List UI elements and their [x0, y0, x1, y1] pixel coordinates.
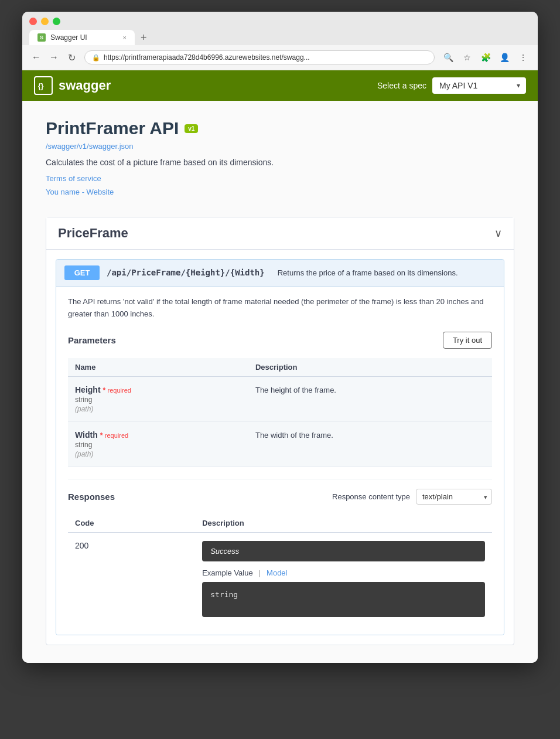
browser-tab[interactable]: S Swagger UI × — [29, 30, 135, 45]
required-star: * required — [100, 431, 128, 440]
profile-button[interactable]: 👤 — [497, 50, 512, 65]
browser-actions: 🔍 ☆ 🧩 👤 ⋮ — [441, 50, 531, 65]
tab-bar: S Swagger UI × + — [29, 30, 531, 45]
api-info: PrintFramer API v1 /swagger/v1/swagger.j… — [46, 118, 514, 199]
main-content: PrintFramer API v1 /swagger/v1/swagger.j… — [22, 101, 538, 663]
model-link[interactable]: Model — [267, 568, 287, 577]
responses-table: Code Description 200 Success Example Val… — [68, 514, 492, 625]
method-badge: GET — [64, 265, 100, 280]
website-link[interactable]: You name - Website — [46, 185, 514, 199]
content-type-select[interactable]: text/plain — [416, 489, 492, 505]
close-button[interactable] — [29, 18, 37, 25]
param-description: The height of the frame. — [255, 386, 336, 394]
swagger-header: {} swagger Select a spec My API V1 ▾ — [22, 70, 538, 101]
traffic-lights — [29, 18, 531, 25]
param-name: Height* required — [75, 385, 241, 394]
responses-title: Responses — [68, 492, 115, 502]
parameters-table: Name Description Height* required string… — [68, 358, 492, 467]
nav-buttons: ← → ↻ — [29, 52, 78, 63]
col-name-header: Name — [68, 358, 248, 377]
section-header[interactable]: PriceFrame ∨ — [46, 217, 514, 250]
api-title-row: PrintFramer API v1 — [46, 118, 514, 138]
param-description: The width of the frame. — [255, 431, 333, 440]
tab-close-button[interactable]: × — [123, 34, 127, 41]
endpoint: GET /api/PriceFrame/{Height}/{Width} Ret… — [56, 259, 504, 636]
content-type-row: Response content type text/plain ▾ — [332, 489, 492, 505]
param-type: string — [75, 396, 241, 404]
api-description: Calculates the cost of a picture frame b… — [46, 158, 514, 167]
success-box: Success — [202, 541, 485, 561]
minimize-button[interactable] — [41, 18, 49, 25]
parameters-title: Parameters — [68, 335, 116, 345]
collapse-icon[interactable]: ∨ — [494, 227, 502, 240]
bookmark-button[interactable]: ☆ — [459, 50, 474, 65]
swagger-json-link[interactable]: /swagger/v1/swagger.json — [46, 142, 514, 151]
back-button[interactable]: ← — [29, 52, 43, 63]
url-bar[interactable]: 🔒 https://printframerapiaada728d4b6996.a… — [84, 50, 435, 64]
endpoint-description: The API returns 'not valid' if the total… — [68, 296, 492, 321]
example-value-label: Example Value — [202, 568, 252, 577]
refresh-button[interactable]: ↻ — [64, 52, 78, 63]
tab-favicon: S — [37, 33, 46, 42]
endpoint-header[interactable]: GET /api/PriceFrame/{Height}/{Width} Ret… — [56, 260, 504, 286]
parameters-header: Parameters Try it out — [68, 332, 492, 349]
content-type-select-wrapper: text/plain ▾ — [416, 489, 492, 505]
extensions-button[interactable]: 🧩 — [478, 50, 493, 65]
example-value-box: string — [202, 582, 485, 617]
lock-icon: 🔒 — [92, 54, 100, 62]
menu-button[interactable]: ⋮ — [515, 50, 531, 65]
param-type: string — [75, 441, 241, 449]
swagger-logo-icon: {} — [34, 76, 53, 95]
response-code-cell: 200 — [68, 533, 195, 626]
section-title: PriceFrame — [58, 226, 128, 241]
table-row: 200 Success Example Value | Model string — [68, 533, 492, 626]
response-description-header: Description — [195, 514, 492, 533]
forward-button[interactable]: → — [47, 52, 61, 63]
version-badge: v1 — [185, 124, 198, 133]
endpoint-body: The API returns 'not valid' if the total… — [56, 286, 504, 635]
browser-chrome: S Swagger UI × + — [22, 12, 538, 45]
response-description-cell: Success Example Value | Model string — [195, 533, 492, 626]
new-tab-button[interactable]: + — [137, 32, 151, 44]
url-text: https://printframerapiaada728d4b6996.azu… — [104, 53, 310, 62]
spec-selector: Select a spec My API V1 ▾ — [377, 77, 526, 94]
content-type-label: Response content type — [332, 492, 410, 501]
endpoint-path: /api/PriceFrame/{Height}/{Width} — [107, 268, 265, 277]
spec-select-label: Select a spec — [377, 81, 426, 90]
address-bar: ← → ↻ 🔒 https://printframerapiaada728d4b… — [22, 45, 538, 70]
example-value-header: Example Value | Model — [202, 568, 485, 577]
responses-section: Responses Response content type text/pla… — [68, 479, 492, 625]
svg-text:{}: {} — [38, 82, 44, 90]
maximize-button[interactable] — [53, 18, 60, 25]
tab-label: Swagger UI — [50, 33, 87, 42]
swagger-logo-text: swagger — [59, 78, 111, 93]
terms-of-service-link[interactable]: Terms of service — [46, 172, 514, 185]
table-row: Height* required string (path) The heigh… — [68, 377, 492, 422]
required-star: * required — [103, 386, 131, 394]
table-row: Width* required string (path) The width … — [68, 422, 492, 467]
required-label: required — [105, 432, 128, 439]
spec-dropdown[interactable]: My API V1 — [432, 77, 526, 94]
param-name-cell: Width* required string (path) — [68, 422, 248, 467]
endpoint-summary: Returns the price of a frame based on it… — [278, 268, 458, 277]
col-description-header: Description — [248, 358, 492, 377]
param-name: Width* required — [75, 430, 241, 440]
spec-dropdown-wrapper: My API V1 ▾ — [432, 77, 526, 94]
response-code: 200 — [75, 541, 88, 550]
required-label: required — [108, 387, 131, 394]
api-title: PrintFramer API — [46, 118, 179, 138]
param-description-cell: The width of the frame. — [248, 422, 492, 467]
swagger-logo: {} swagger — [34, 76, 111, 95]
param-location: (path) — [75, 405, 241, 413]
param-name-cell: Height* required string (path) — [68, 377, 248, 422]
search-button[interactable]: 🔍 — [441, 50, 456, 65]
browser-window: S Swagger UI × + ← → ↻ 🔒 https://printfr… — [22, 12, 538, 663]
try-it-out-button[interactable]: Try it out — [443, 332, 492, 349]
response-code-header: Code — [68, 514, 195, 533]
api-section: PriceFrame ∨ GET /api/PriceFrame/{Height… — [46, 217, 514, 646]
param-description-cell: The height of the frame. — [248, 377, 492, 422]
api-links: Terms of service You name - Website — [46, 172, 514, 199]
responses-header: Responses Response content type text/pla… — [68, 489, 492, 505]
param-location: (path) — [75, 450, 241, 458]
